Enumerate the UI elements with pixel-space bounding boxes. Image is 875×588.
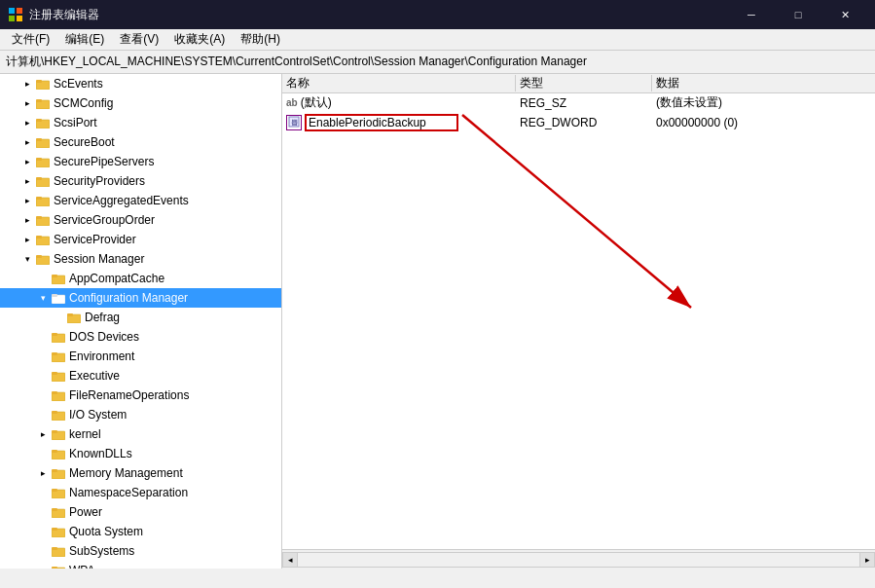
svg-rect-60: [52, 430, 57, 433]
window-title: 注册表编辑器: [29, 7, 729, 23]
tree-item[interactable]: ▸ SCMConfig: [0, 93, 281, 113]
tree-item-label: Defrag: [85, 311, 120, 324]
svg-rect-33: [36, 255, 42, 258]
tree-expand-btn[interactable]: ▾: [35, 290, 51, 306]
tree-item[interactable]: ▸ SecureBoot: [0, 132, 281, 152]
tree-item[interactable]: WPA: [0, 561, 281, 569]
tree-item[interactable]: ▸ ServiceAggregatedEvents: [0, 191, 281, 210]
tree-expand-btn[interactable]: ▸: [19, 232, 35, 247]
svg-rect-30: [36, 236, 42, 239]
tree-item[interactable]: DOS Devices: [0, 327, 281, 347]
svg-rect-66: [52, 469, 57, 472]
tree-expand-btn[interactable]: ▸: [19, 134, 35, 150]
tree-item[interactable]: NamespaceSeparation: [0, 483, 281, 502]
tree-item[interactable]: Executive: [0, 366, 281, 386]
folder-icon: [35, 155, 51, 168]
horizontal-scrollbar[interactable]: ◂ ▸: [282, 549, 875, 569]
folder-icon: [51, 564, 66, 569]
svg-rect-51: [52, 372, 57, 375]
folder-icon: [51, 369, 66, 383]
scroll-right-btn[interactable]: ▸: [859, 552, 875, 568]
menu-item[interactable]: 文件(F): [4, 29, 57, 50]
table-body: ab(默认)REG_SZ(数值未设置)쁩REG_DWORD0x00000000 …: [282, 93, 875, 549]
svg-rect-75: [52, 528, 57, 531]
table-row[interactable]: 쁩REG_DWORD0x00000000 (0): [282, 113, 875, 132]
svg-rect-3: [17, 16, 22, 21]
tree-item[interactable]: Environment: [0, 347, 281, 366]
tree-item[interactable]: ▾ Configuration Manager: [0, 288, 281, 308]
tree-item[interactable]: ▸ Memory Management: [0, 463, 281, 483]
maximize-button[interactable]: □: [776, 0, 820, 29]
registry-name-input[interactable]: [305, 114, 458, 131]
tree-item-label: Environment: [69, 349, 134, 363]
folder-icon: [51, 330, 66, 344]
folder-icon: [51, 388, 66, 402]
svg-rect-6: [36, 80, 42, 83]
folder-icon: [51, 427, 66, 441]
tree-expand-btn[interactable]: ▸: [19, 115, 35, 130]
folder-icon: [51, 447, 66, 460]
menu-item[interactable]: 帮助(H): [233, 29, 288, 50]
tree-item[interactable]: Defrag: [0, 308, 281, 327]
scroll-left-btn[interactable]: ◂: [282, 552, 298, 568]
tree-expand-btn[interactable]: ▾: [19, 251, 35, 267]
tree-item[interactable]: Quota System: [0, 522, 281, 541]
tree-expand-btn: [35, 504, 51, 520]
tree-item-label: kernel: [69, 427, 101, 441]
address-bar: 计算机\HKEY_LOCAL_MACHINE\SYSTEM\CurrentCon…: [0, 51, 875, 74]
ab-icon: ab: [286, 97, 298, 108]
tree-item[interactable]: KnownDLLs: [0, 444, 281, 463]
tree-expand-btn[interactable]: ▸: [19, 193, 35, 208]
svg-rect-9: [36, 99, 42, 102]
tree-item[interactable]: FileRenameOperations: [0, 386, 281, 405]
menu-item[interactable]: 查看(V): [112, 29, 166, 50]
tree-item[interactable]: ▸ kernel: [0, 424, 281, 444]
tree-item[interactable]: AppCompatCache: [0, 269, 281, 288]
svg-rect-72: [52, 508, 57, 511]
svg-rect-48: [52, 352, 57, 355]
window-controls: ─ □ ✕: [729, 0, 867, 29]
tree-item-label: I/O System: [69, 408, 127, 422]
menu-bar: 文件(F)编辑(E)查看(V)收藏夹(A)帮助(H): [0, 29, 875, 51]
tree-item[interactable]: ▾ Session Manager: [0, 249, 281, 269]
tree-panel[interactable]: ▸ ScEvents▸ SCMConfig▸ ScsiPort▸ SecureB…: [0, 74, 282, 569]
folder-icon: [35, 213, 51, 227]
folder-icon: [35, 135, 51, 149]
tree-item[interactable]: ▸ SecurityProviders: [0, 171, 281, 191]
table-header: 名称 类型 数据: [282, 74, 875, 93]
tree-item[interactable]: ▸ ServiceProvider: [0, 230, 281, 249]
folder-icon: [51, 525, 66, 538]
tree-item[interactable]: ▸ ScsiPort: [0, 113, 281, 132]
tree-expand-btn[interactable]: ▸: [19, 212, 35, 228]
tree-item[interactable]: ▸ ScEvents: [0, 74, 281, 93]
tree-expand-btn[interactable]: ▸: [35, 426, 51, 442]
tree-expand-btn[interactable]: ▸: [19, 95, 35, 111]
tree-item-label: SecurityProviders: [54, 174, 145, 188]
menu-item[interactable]: 收藏夹(A): [166, 29, 233, 50]
tree-expand-btn: [35, 368, 51, 384]
tree-item[interactable]: Power: [0, 502, 281, 522]
close-button[interactable]: ✕: [822, 0, 867, 29]
tree-expand-btn[interactable]: ▸: [19, 76, 35, 92]
tree-expand-btn: [35, 446, 51, 461]
svg-rect-27: [36, 216, 42, 219]
tree-item[interactable]: ▸ ServiceGroupOrder: [0, 210, 281, 230]
tree-expand-btn[interactable]: ▸: [19, 154, 35, 169]
tree-item[interactable]: SubSystems: [0, 541, 281, 561]
tree-expand-btn[interactable]: ▸: [19, 173, 35, 189]
svg-line-85: [462, 115, 691, 308]
tree-item[interactable]: I/O System: [0, 405, 281, 424]
tree-item-label: ServiceProvider: [54, 233, 136, 246]
registry-name-text: (默认): [301, 94, 332, 111]
menu-item[interactable]: 编辑(E): [57, 29, 112, 50]
folder-icon: [51, 544, 66, 558]
tree-item[interactable]: ▸ SecurePipeServers: [0, 152, 281, 171]
svg-rect-42: [67, 313, 73, 316]
minimize-button[interactable]: ─: [729, 0, 774, 29]
tree-expand-btn: [35, 543, 51, 559]
reg-icon: 쁩: [286, 115, 302, 130]
table-row[interactable]: ab(默认)REG_SZ(数值未设置): [282, 93, 875, 113]
folder-icon: [51, 291, 66, 305]
tree-expand-btn[interactable]: ▸: [35, 465, 51, 481]
tree-expand-btn: [35, 349, 51, 364]
